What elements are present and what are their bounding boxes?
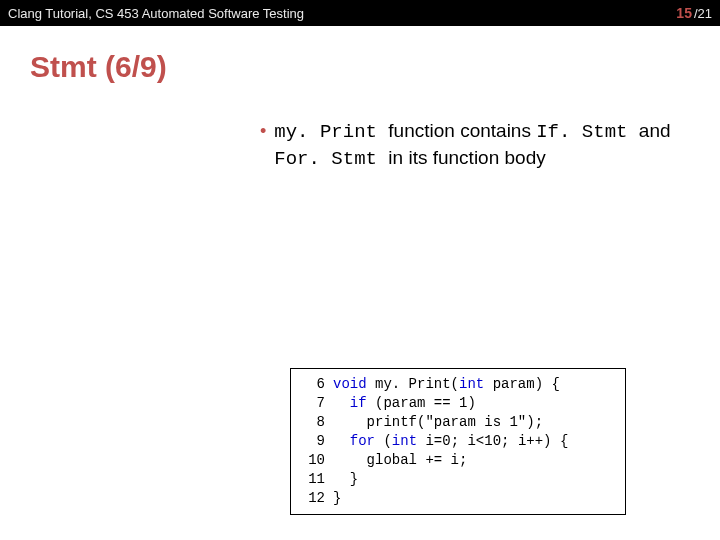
line-number: 6 (299, 375, 325, 394)
code-line: 12} (299, 489, 617, 508)
line-number: 9 (299, 432, 325, 451)
header-bar: Clang Tutorial, CS 453 Automated Softwar… (0, 0, 720, 26)
code-line: 11 } (299, 470, 617, 489)
slide-title: Stmt (6/9) (0, 26, 720, 84)
page-current: 15 (676, 5, 692, 21)
line-number: 12 (299, 489, 325, 508)
bullet-item: • my. Print function contains If. Stmt a… (260, 118, 680, 172)
code-box: 6void my. Print(int param) { 7 if (param… (290, 368, 626, 515)
code-line: 8 printf("param is 1"); (299, 413, 617, 432)
keyword: int (392, 432, 417, 451)
bullet-seg-2: and (639, 120, 671, 141)
bullet-code-2: If. Stmt (536, 121, 639, 143)
keyword: void (333, 375, 367, 394)
course-label: Clang Tutorial, CS 453 Automated Softwar… (8, 6, 304, 21)
code-line: 7 if (param == 1) (299, 394, 617, 413)
code-line: 9 for (int i=0; i<10; i++) { (299, 432, 617, 451)
bullet-seg-3: in its function body (388, 147, 545, 168)
keyword: for (350, 432, 375, 451)
line-number: 8 (299, 413, 325, 432)
code-line: 6void my. Print(int param) { (299, 375, 617, 394)
bullet-icon: • (260, 118, 266, 144)
content-area: • my. Print function contains If. Stmt a… (0, 84, 720, 172)
line-number: 7 (299, 394, 325, 413)
page-indicator: 15 /21 (676, 5, 712, 21)
page-total: /21 (694, 6, 712, 21)
bullet-code-1: my. Print (274, 121, 388, 143)
code-line: 10 global += i; (299, 451, 617, 470)
line-number: 11 (299, 470, 325, 489)
keyword: int (459, 375, 484, 394)
bullet-code-3: For. Stmt (274, 148, 388, 170)
line-number: 10 (299, 451, 325, 470)
bullet-seg-1: function contains (388, 120, 536, 141)
keyword: if (350, 394, 367, 413)
bullet-text: my. Print function contains If. Stmt and… (274, 118, 680, 172)
